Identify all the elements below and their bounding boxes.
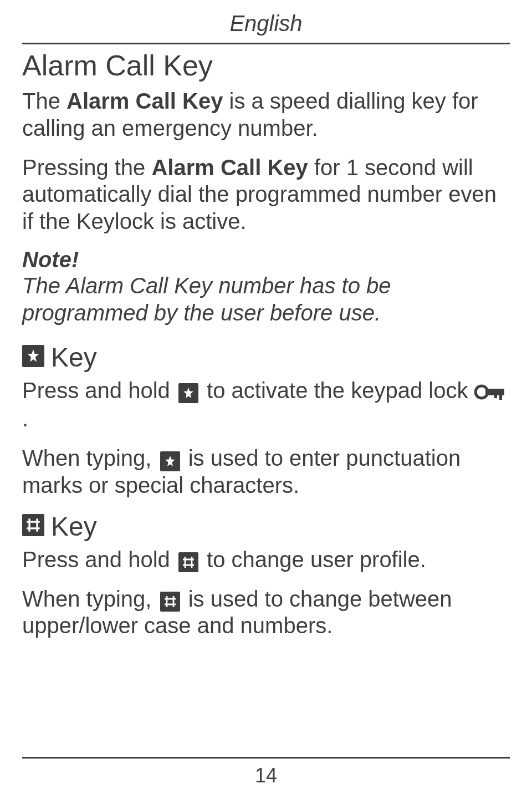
keylock-icon <box>474 381 505 408</box>
text: . <box>22 406 28 431</box>
star-key-icon <box>22 345 44 367</box>
svg-rect-2 <box>499 389 502 400</box>
text: Pressing the <box>22 155 151 180</box>
star-paragraph-2: When typing, is used to enter punctuatio… <box>22 445 510 499</box>
hash-key-icon <box>22 514 44 536</box>
heading-text: Key <box>51 342 97 373</box>
text: When typing, <box>22 587 158 611</box>
section-title-star-key: Key <box>22 342 510 373</box>
bold-term: Alarm Call Key <box>151 155 308 180</box>
heading-text: Key <box>51 511 97 542</box>
text: Press and hold <box>22 547 176 572</box>
text: The <box>22 89 66 113</box>
hash-key-icon <box>160 592 180 612</box>
text: When typing, <box>22 446 158 470</box>
note-label: Note! <box>22 247 510 272</box>
divider-bottom <box>22 757 510 759</box>
hash-key-icon <box>178 552 198 572</box>
divider-top <box>22 43 510 44</box>
hash-paragraph-2: When typing, is used to change between u… <box>22 586 510 640</box>
language-header: English <box>22 11 510 36</box>
text: to change user profile. <box>201 547 426 572</box>
page-number: 14 <box>22 764 510 787</box>
section-title-hash-key: Key <box>22 511 510 542</box>
text: Press and hold <box>22 378 176 403</box>
svg-rect-3 <box>494 389 497 398</box>
bold-term: Alarm Call Key <box>66 89 223 113</box>
page-footer: 14 <box>22 757 510 787</box>
alarm-paragraph-2: Pressing the Alarm Call Key for 1 second… <box>22 154 510 235</box>
hash-paragraph-1: Press and hold to change user profile. <box>22 546 510 573</box>
star-paragraph-1: Press and hold to activate the keypad lo… <box>22 377 510 433</box>
alarm-paragraph-1: The Alarm Call Key is a speed dialling k… <box>22 88 510 142</box>
star-key-icon <box>160 451 180 471</box>
section-title-alarm: Alarm Call Key <box>22 49 510 82</box>
note-body: The Alarm Call Key number has to be prog… <box>22 272 510 327</box>
star-key-icon <box>178 383 198 403</box>
text: to activate the keypad lock <box>201 378 474 403</box>
